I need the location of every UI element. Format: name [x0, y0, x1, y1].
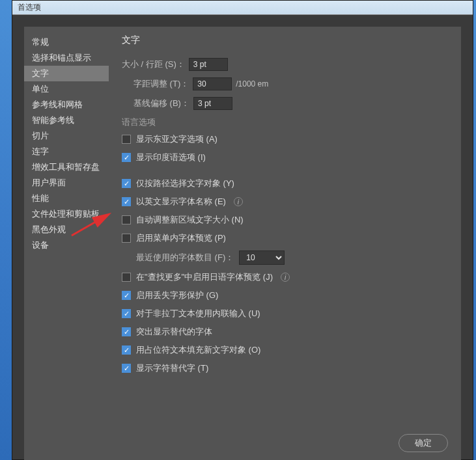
recent-fonts-label: 最近使用的字体数目 (F)：: [136, 252, 234, 264]
size-leading-input[interactable]: [189, 58, 228, 71]
checkbox-label: 用占位符文本填充新文字对象 (O): [136, 344, 260, 356]
preferences-window: 首选项 常规 选择和锚点显示 文字 单位 参考线和网格 智能参考线 切片 连字 …: [12, 0, 473, 460]
checkbox-label: 启用丢失字形保护 (G): [136, 290, 218, 301]
ok-button[interactable]: 确定: [399, 434, 448, 452]
window-title: 首选项: [18, 3, 41, 12]
recent-fonts-row: 最近使用的字体数目 (F)： 10: [122, 250, 448, 265]
sidebar-item-plugins[interactable]: 增效工具和暂存盘: [24, 159, 109, 175]
checkbox-icon[interactable]: [122, 179, 131, 188]
sidebar-item-slices[interactable]: 切片: [24, 128, 109, 144]
sidebar-item-ui[interactable]: 用户界面: [24, 175, 109, 191]
size-leading-field: 大小 / 行距 (S)：: [122, 58, 448, 71]
sidebar-item-file-clipboard[interactable]: 文件处理和剪贴板: [24, 206, 109, 222]
checkbox-placeholder-text[interactable]: 用占位符文本填充新文字对象 (O): [122, 344, 448, 356]
sidebar-item-performance[interactable]: 性能: [24, 191, 109, 206]
checkbox-label: 启用菜单内字体预览 (P): [136, 232, 226, 244]
recent-fonts-dropdown[interactable]: 10: [239, 250, 285, 265]
checkbox-icon[interactable]: [122, 273, 131, 282]
checkbox-icon[interactable]: [122, 309, 131, 318]
checkbox-icon[interactable]: [122, 215, 131, 224]
checkbox-icon[interactable]: [122, 234, 131, 243]
checkbox-indic[interactable]: 显示印度语选项 (I): [122, 152, 448, 163]
checkbox-inline-input[interactable]: 对于非拉丁文本使用内联输入 (U): [122, 308, 448, 319]
checkbox-label: 仅按路径选择文字对象 (Y): [136, 178, 234, 189]
tracking-input[interactable]: [193, 77, 232, 90]
sidebar-item-units[interactable]: 单位: [24, 81, 109, 97]
checkbox-icon[interactable]: [122, 364, 131, 373]
baseline-label: 基线偏移 (B)：: [133, 98, 189, 109]
preferences-sidebar: 常规 选择和锚点显示 文字 单位 参考线和网格 智能参考线 切片 连字 增效工具…: [24, 27, 109, 460]
checkbox-select-by-path[interactable]: 仅按路径选择文字对象 (Y): [122, 178, 448, 189]
sidebar-item-guides[interactable]: 参考线和网格: [24, 97, 109, 113]
checkbox-jp-preview[interactable]: 在"查找更多"中启用日语字体预览 (J) i: [122, 271, 448, 283]
checkbox-english-font-names[interactable]: 以英文显示字体名称 (E) i: [122, 196, 448, 208]
sidebar-item-hyphenation[interactable]: 连字: [24, 144, 109, 159]
baseline-field: 基线偏移 (B)：: [133, 97, 448, 110]
sidebar-item-black-appearance[interactable]: 黑色外观: [24, 222, 109, 237]
checkbox-highlight-alt[interactable]: 突出显示替代的字体: [122, 326, 448, 338]
checkbox-label: 在"查找更多"中启用日语字体预览 (J): [136, 271, 273, 283]
checkbox-label: 显示东亚文字选项 (A): [136, 133, 217, 145]
checkbox-icon[interactable]: [122, 345, 131, 355]
checkbox-icon[interactable]: [122, 153, 131, 162]
panel-title: 文字: [122, 34, 448, 46]
checkbox-label: 自动调整新区域文字大小 (N): [136, 214, 244, 226]
size-leading-label: 大小 / 行距 (S)：: [122, 59, 185, 70]
window-titlebar: 首选项: [12, 1, 473, 15]
checkbox-icon[interactable]: [122, 291, 131, 300]
main-panel: 文字 大小 / 行距 (S)： 字距调整 (T)： /1000 em 基线偏移 …: [109, 27, 461, 460]
sidebar-item-general[interactable]: 常规: [24, 34, 109, 50]
checkbox-show-alt-glyph[interactable]: 显示字符替代字 (T): [122, 362, 448, 374]
sidebar-item-type[interactable]: 文字: [24, 66, 109, 81]
checkbox-label: 突出显示替代的字体: [136, 326, 212, 338]
tracking-unit: /1000 em: [236, 79, 268, 88]
sidebar-item-selection[interactable]: 选择和锚点显示: [24, 50, 109, 66]
tracking-label: 字距调整 (T)：: [133, 78, 189, 90]
checkbox-icon[interactable]: [122, 135, 131, 144]
info-icon[interactable]: i: [234, 197, 243, 206]
checkbox-missing-glyph[interactable]: 启用丢失字形保护 (G): [122, 290, 448, 301]
language-group-label: 语言选项: [122, 116, 448, 128]
checkbox-auto-resize[interactable]: 自动调整新区域文字大小 (N): [122, 214, 448, 226]
checkbox-label: 显示字符替代字 (T): [136, 362, 208, 374]
tracking-field: 字距调整 (T)： /1000 em: [133, 77, 448, 90]
checkbox-label: 以英文显示字体名称 (E): [136, 196, 226, 208]
checkbox-icon[interactable]: [122, 327, 131, 336]
sidebar-item-devices[interactable]: 设备: [24, 237, 109, 253]
info-icon[interactable]: i: [281, 273, 290, 282]
checkbox-label: 对于非拉丁文本使用内联输入 (U): [136, 308, 260, 319]
baseline-input[interactable]: [193, 97, 232, 110]
checkbox-east-asian[interactable]: 显示东亚文字选项 (A): [122, 133, 448, 145]
checkbox-label: 显示印度语选项 (I): [136, 152, 206, 163]
checkbox-menu-preview[interactable]: 启用菜单内字体预览 (P): [122, 232, 448, 244]
button-row: 确定: [399, 434, 448, 452]
sidebar-item-smart-guides[interactable]: 智能参考线: [24, 113, 109, 128]
content-area: 常规 选择和锚点显示 文字 单位 参考线和网格 智能参考线 切片 连字 增效工具…: [24, 27, 461, 460]
checkbox-icon[interactable]: [122, 197, 131, 206]
